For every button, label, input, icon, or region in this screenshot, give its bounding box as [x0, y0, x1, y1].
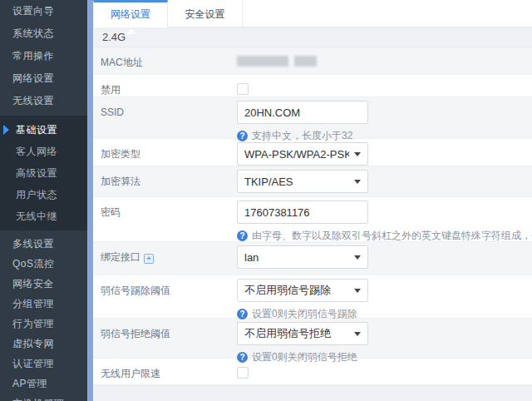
sidebar-item-多线设置[interactable]: 多线设置: [0, 234, 87, 254]
sidebar-item-无线设置[interactable]: 无线设置: [0, 90, 87, 112]
dropdown-arrow-icon: [354, 289, 361, 293]
control-column: 不启用弱信号踢除设置0则关闭弱信号踢除: [237, 275, 368, 321]
field-label: 弱信号拒绝阈值: [101, 322, 237, 345]
sidebar-item-AP管理[interactable]: AP管理: [0, 374, 87, 394]
selected-value: 不启用弱信号踢除: [244, 283, 331, 298]
field-hint: 由字母、数字以及除双引号斜杠之外的英文键盘特殊字符组成，长度是8到63个字符: [237, 229, 532, 243]
sidebar-item-QoS流控[interactable]: QoS流控: [0, 254, 87, 274]
select-加密算法[interactable]: TKIP/AES: [237, 170, 368, 193]
tab-网络设置[interactable]: 网络设置: [93, 0, 168, 27]
control-column: [237, 359, 249, 379]
sidebar-item-常用操作[interactable]: 常用操作: [0, 45, 87, 67]
selected-value: WPA-PSK/WPA2-PSK: [244, 148, 349, 161]
form-row-弱信号拒绝阈值: 弱信号拒绝阈值不启用弱信号拒绝设置0则关闭弱信号拒绝: [93, 319, 532, 359]
active-tab-pointer-icon: [126, 28, 136, 34]
field-hint: 设置0则关闭弱信号拒绝: [237, 350, 368, 364]
section-title-2-4g: 2.4G: [93, 27, 532, 47]
sidebar-item-网络安全[interactable]: 网络安全: [0, 274, 87, 294]
form-row-加密类型: 加密类型WPA-PSK/WPA2-PSK: [93, 139, 532, 166]
checkbox-禁用[interactable]: [237, 83, 249, 95]
form-row-弱信号踢除阈值: 弱信号踢除阈值不启用弱信号踢除设置0则关闭弱信号踢除: [93, 275, 532, 319]
control-column: WPA-PSK/WPA2-PSK: [237, 139, 368, 166]
selected-value: lan: [244, 251, 259, 264]
checkbox-无线用户限速[interactable]: [237, 367, 249, 379]
control-column: lan: [237, 242, 368, 269]
sidebar-item-虚拟专网[interactable]: 虚拟专网: [0, 334, 87, 354]
input-SSID[interactable]: [237, 101, 368, 124]
form-row-SSID: SSID支持中文，长度小于32: [93, 97, 532, 139]
field-label: 无线用户限速: [101, 362, 237, 385]
sidebar-item-分组管理[interactable]: 分组管理: [0, 294, 87, 314]
sidebar-item-系统状态[interactable]: 系统状态: [0, 22, 87, 45]
sidebar-subitem-基础设置[interactable]: 基础设置: [0, 119, 87, 141]
field-label: 加密算法: [101, 170, 237, 193]
field-label: 加密类型: [101, 142, 237, 166]
control-column: [237, 47, 317, 67]
sidebar-top-group: 设置向导系统状态常用操作网络设置无线设置: [0, 0, 87, 112]
wireless-settings-form: MAC地址禁用SSID支持中文，长度小于32加密类型WPA-PSK/WPA2-P…: [93, 47, 532, 385]
active-item-arrow-icon: [3, 125, 9, 135]
form-row-加密算法: 加密算法TKIP/AES: [93, 166, 532, 197]
select-弱信号拒绝阈值[interactable]: 不启用弱信号拒绝: [237, 322, 368, 345]
selected-value: TKIP/AES: [244, 176, 293, 188]
masked-mac-value: [237, 56, 317, 67]
dropdown-arrow-icon: [354, 332, 361, 336]
hint-text: 由字母、数字以及除双引号斜杠之外的英文键盘特殊字符组成，长度是8到63个字符: [252, 229, 532, 243]
hint-text: 设置0则关闭弱信号拒绝: [252, 350, 357, 364]
sidebar-item-交换机管理[interactable]: 交换机管理: [0, 394, 87, 401]
selected-value: 不启用弱信号拒绝: [244, 326, 331, 341]
help-icon: [237, 230, 248, 241]
bind-interface-icon[interactable]: [144, 254, 154, 264]
control-column: 由字母、数字以及除双引号斜杠之外的英文键盘特殊字符组成，长度是8到63个字符: [237, 197, 532, 243]
form-row-禁用: 禁用: [93, 75, 532, 97]
control-column: 支持中文，长度小于32: [237, 97, 368, 143]
next-section-strip: [93, 385, 532, 401]
dropdown-arrow-icon: [354, 255, 361, 260]
settings-tabbar: 网络设置安全设置: [93, 0, 532, 27]
sidebar-subitem-高级设置[interactable]: 高级设置: [0, 162, 87, 184]
control-column: 不启用弱信号拒绝设置0则关闭弱信号拒绝: [237, 319, 368, 364]
select-绑定接口[interactable]: lan: [237, 245, 368, 269]
field-label: 禁用: [101, 78, 237, 101]
tab-安全设置[interactable]: 安全设置: [168, 0, 243, 27]
dropdown-arrow-icon: [354, 152, 361, 156]
sidebar-wireless-submenu: 基础设置客人网络高级设置用户状态无线中继: [0, 116, 87, 230]
sidebar-nav: 设置向导系统状态常用操作网络设置无线设置 基础设置客人网络高级设置用户状态无线中…: [0, 0, 87, 401]
field-label: MAC地址: [101, 51, 237, 74]
form-row-密码: 密码由字母、数字以及除双引号斜杠之外的英文键盘特殊字符组成，长度是8到63个字符: [93, 197, 532, 242]
control-column: [237, 75, 249, 95]
sidebar-item-认证管理[interactable]: 认证管理: [0, 354, 87, 374]
select-弱信号踢除阈值[interactable]: 不启用弱信号踢除: [237, 279, 368, 302]
field-label: SSID: [101, 101, 237, 124]
control-column: TKIP/AES: [237, 166, 368, 193]
select-加密类型[interactable]: WPA-PSK/WPA2-PSK: [237, 142, 368, 166]
form-row-绑定接口: 绑定接口lan: [93, 242, 532, 275]
field-label: 弱信号踢除阈值: [101, 279, 237, 302]
dropdown-arrow-icon: [354, 180, 361, 184]
field-label: 绑定接口: [101, 245, 237, 269]
form-row-MAC地址: MAC地址: [93, 47, 532, 75]
field-label: 密码: [101, 200, 237, 224]
input-密码[interactable]: [237, 200, 368, 224]
sidebar-subitem-无线中继[interactable]: 无线中继: [0, 205, 87, 227]
sidebar-item-网络设置[interactable]: 网络设置: [0, 67, 87, 90]
main-content: 网络设置安全设置 2.4G MAC地址禁用SSID支持中文，长度小于32加密类型…: [93, 0, 532, 401]
sidebar-item-设置向导[interactable]: 设置向导: [0, 0, 87, 22]
sidebar-divider-strip: [87, 0, 93, 401]
sidebar-subitem-客人网络[interactable]: 客人网络: [0, 141, 87, 162]
sidebar-item-行为管理[interactable]: 行为管理: [0, 314, 87, 334]
sidebar-bottom-group: 多线设置QoS流控网络安全分组管理行为管理虚拟专网认证管理AP管理交换机管理: [0, 234, 87, 401]
sidebar-subitem-用户状态[interactable]: 用户状态: [0, 184, 87, 205]
